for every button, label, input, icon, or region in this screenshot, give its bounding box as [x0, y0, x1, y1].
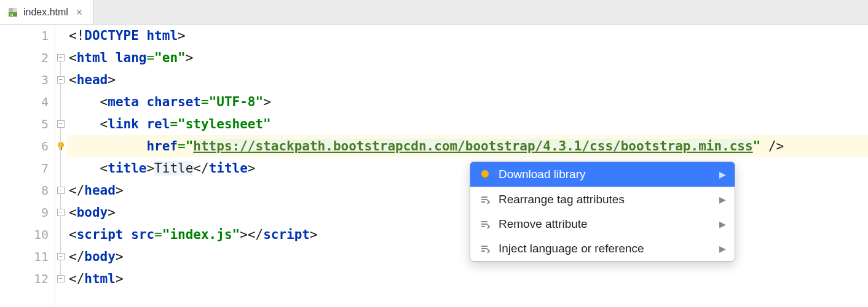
- line-number: 11: [34, 249, 49, 264]
- lightbulb-icon[interactable]: [55, 135, 66, 157]
- line-number: 2: [41, 50, 49, 65]
- code-line[interactable]: <body>: [66, 201, 868, 223]
- line-number: 10: [34, 227, 49, 242]
- menu-item-rearrange-attributes[interactable]: Rearrange tag attributes ▶: [470, 187, 735, 212]
- fold-marker[interactable]: −: [57, 54, 65, 61]
- chevron-right-icon: ▶: [719, 244, 726, 254]
- menu-item-label: Remove attribute: [499, 217, 588, 231]
- tab-label: index.html: [23, 7, 68, 18]
- code-line[interactable]: <title>Title</title>: [66, 157, 868, 179]
- fold-marker[interactable]: −: [57, 209, 65, 216]
- code-line[interactable]: </body>: [66, 246, 868, 268]
- intention-actions-menu: Download library ▶ Rearrange tag attribu…: [470, 161, 735, 262]
- fold-marker[interactable]: −: [57, 120, 65, 128]
- code-line[interactable]: </html>: [66, 268, 868, 290]
- code-area[interactable]: <!DOCTYPE html> <html lang="en"> <head> …: [66, 25, 868, 307]
- fold-marker[interactable]: −: [57, 187, 65, 194]
- line-number: 4: [41, 95, 49, 109]
- menu-item-remove-attribute[interactable]: Remove attribute ▶: [470, 212, 735, 236]
- code-line[interactable]: <meta charset="UTF-8">: [66, 91, 868, 113]
- close-icon[interactable]: ✕: [73, 6, 85, 18]
- code-line-active[interactable]: href="https://stackpath.bootstrapcdn.com…: [66, 135, 868, 157]
- tab-bar: H index.html ✕: [0, 0, 868, 25]
- chevron-right-icon: ▶: [719, 169, 726, 179]
- code-line[interactable]: <link rel="stylesheet": [66, 113, 868, 135]
- svg-rect-7: [484, 177, 486, 179]
- edit-icon: [479, 243, 491, 255]
- svg-point-4: [58, 142, 64, 148]
- edit-icon: [479, 193, 491, 206]
- svg-text:H: H: [10, 13, 13, 17]
- line-number: 6: [41, 139, 49, 154]
- fold-column: − − − − − − −: [55, 25, 66, 307]
- editor-area: 1 2 3 4 5 6 7 8 9 10 11 12 − − − − − − −…: [0, 25, 868, 307]
- line-number: 3: [41, 72, 49, 87]
- code-line[interactable]: <head>: [66, 69, 868, 91]
- menu-item-download-library[interactable]: Download library ▶: [470, 162, 735, 187]
- fold-marker[interactable]: −: [57, 275, 65, 282]
- line-number: 1: [41, 28, 49, 43]
- file-tab[interactable]: H index.html ✕: [0, 0, 93, 24]
- chevron-right-icon: ▶: [719, 219, 726, 229]
- svg-rect-5: [60, 147, 62, 150]
- fold-marker[interactable]: −: [57, 76, 65, 84]
- lightbulb-icon: [479, 168, 491, 181]
- line-number: 7: [41, 161, 49, 176]
- svg-point-6: [481, 170, 489, 177]
- html-file-icon: H: [7, 7, 18, 18]
- svg-rect-2: [9, 8, 13, 12]
- gutter: 1 2 3 4 5 6 7 8 9 10 11 12: [0, 25, 55, 307]
- line-number: 5: [41, 117, 49, 131]
- menu-item-label: Rearrange tag attributes: [499, 193, 625, 206]
- menu-item-label: Download library: [499, 168, 586, 181]
- code-line[interactable]: </head>: [66, 179, 868, 201]
- fold-marker[interactable]: −: [57, 253, 65, 260]
- line-number: 12: [34, 271, 49, 286]
- code-line[interactable]: <script src="index.js"></script>: [66, 223, 868, 246]
- code-line[interactable]: <html lang="en">: [66, 47, 868, 69]
- menu-item-label: Inject language or reference: [499, 242, 644, 255]
- edit-icon: [479, 218, 491, 230]
- code-line[interactable]: <!DOCTYPE html>: [66, 25, 868, 47]
- line-number: 8: [41, 183, 49, 198]
- line-number: 9: [41, 205, 49, 220]
- chevron-right-icon: ▶: [719, 195, 726, 204]
- menu-item-inject-language[interactable]: Inject language or reference ▶: [470, 236, 735, 261]
